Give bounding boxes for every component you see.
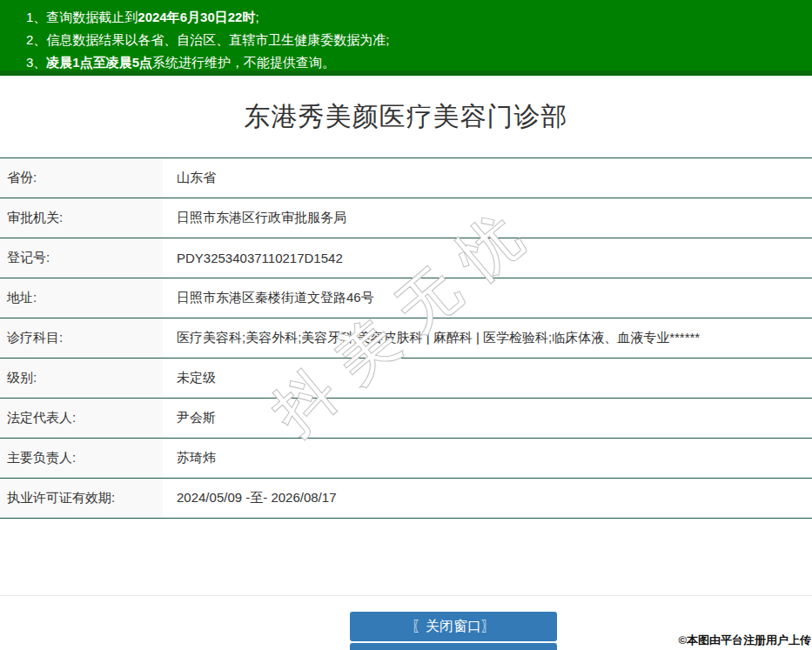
row-label: 主要负责人:	[0, 439, 163, 478]
table-row-diagnosis-subjects: 诊疗科目: 医疗美容科;美容外科;美容牙科;美容皮肤科 | 麻醉科 | 医学检验…	[0, 318, 812, 359]
notice-line-1-num: 1、	[26, 10, 46, 24]
title-wrap: 东港秀美颜医疗美容门诊部	[0, 76, 812, 157]
row-label: 执业许可证有效期:	[0, 479, 163, 518]
footer-separator	[0, 595, 812, 596]
table-row-registration-number: 登记号: PDY32534037110217D1542	[0, 238, 812, 278]
upload-attribution-note: ©本图由平台注册用户上传	[678, 633, 811, 648]
info-table: 省份: 山东省 审批机关: 日照市东港区行政审批服务局 登记号: PDY3253…	[0, 157, 812, 519]
notice-line-1-pre: 查询数据截止到	[46, 10, 138, 24]
row-value: 日照市东港区行政审批服务局	[163, 198, 812, 238]
notice-banner: 1、查询数据截止到2024年6月30日22时; 2、信息数据结果以各省、自治区、…	[0, 0, 812, 76]
notice-line-3-num: 3、	[26, 55, 46, 70]
notice-line-1: 1、查询数据截止到2024年6月30日22时;	[26, 6, 803, 29]
notice-line-3-post: 系统进行维护，不能提供查询。	[152, 55, 335, 70]
table-row-address: 地址: 日照市东港区秦楼街道文登路46号	[0, 278, 812, 318]
row-label: 级别:	[0, 359, 163, 398]
row-label: 法定代表人:	[0, 399, 163, 438]
table-row-level: 级别: 未定级	[0, 359, 812, 399]
page-title: 东港秀美颜医疗美容门诊部	[245, 99, 568, 135]
row-label: 地址:	[0, 278, 163, 318]
close-window-button[interactable]: 〖关闭窗口〗	[350, 612, 557, 641]
notice-line-1-post: ;	[255, 10, 258, 24]
row-value: 日照市东港区秦楼街道文登路46号	[163, 278, 812, 318]
notice-line-2: 2、信息数据结果以各省、自治区、直辖市卫生健康委数据为准;	[26, 29, 803, 51]
notice-line-3-bold: 凌晨1点至凌晨5点	[46, 55, 152, 70]
table-row-province: 省份: 山东省	[0, 158, 812, 198]
row-value: 苏琦炜	[163, 439, 812, 478]
row-label: 审批机关:	[0, 198, 163, 238]
notice-line-1-bold: 2024年6月30日22时	[138, 10, 255, 24]
notice-line-2-num: 2、	[26, 32, 46, 47]
row-value: 医疗美容科;美容外科;美容牙科;美容皮肤科 | 麻醉科 | 医学检验科;临床体液…	[163, 318, 812, 358]
table-row-main-person-in-charge: 主要负责人: 苏琦炜	[0, 439, 812, 479]
row-value: 山东省	[163, 158, 812, 198]
row-label: 诊疗科目:	[0, 318, 163, 358]
notice-line-3: 3、凌晨1点至凌晨5点系统进行维护，不能提供查询。	[26, 51, 803, 74]
row-value: 尹会斯	[163, 399, 812, 438]
partial-bottom-button[interactable]	[350, 643, 557, 650]
table-row-license-validity: 执业许可证有效期: 2024/05/09 -至- 2026/08/17	[0, 479, 812, 519]
row-value: PDY32534037110217D1542	[163, 238, 812, 278]
table-row-approval-authority: 审批机关: 日照市东港区行政审批服务局	[0, 198, 812, 238]
footer-spacer	[0, 519, 812, 595]
notice-line-2-pre: 信息数据结果以各省、自治区、直辖市卫生健康委数据为准;	[46, 32, 389, 47]
row-label: 登记号:	[0, 238, 163, 278]
row-value: 2024/05/09 -至- 2026/08/17	[163, 479, 812, 518]
row-value: 未定级	[163, 359, 812, 398]
row-label: 省份:	[0, 158, 163, 198]
table-row-legal-representative: 法定代表人: 尹会斯	[0, 399, 812, 439]
